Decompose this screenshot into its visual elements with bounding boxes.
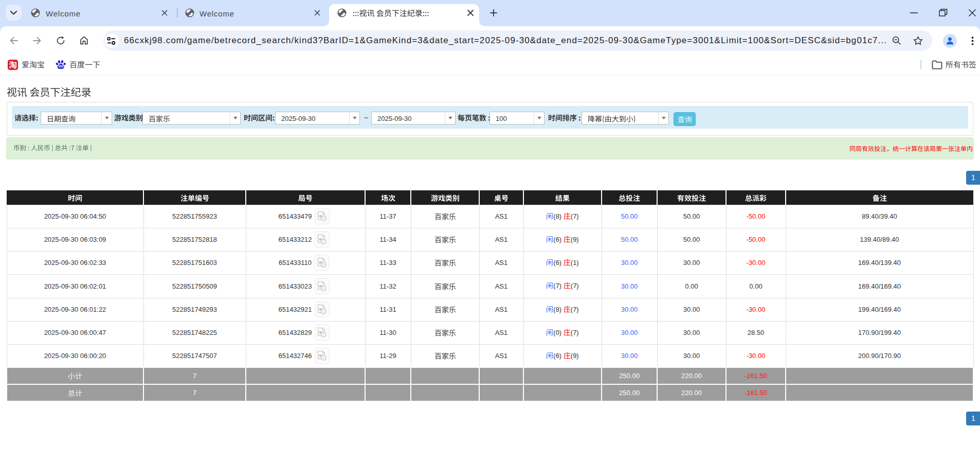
svg-text:du: du xyxy=(59,64,64,68)
